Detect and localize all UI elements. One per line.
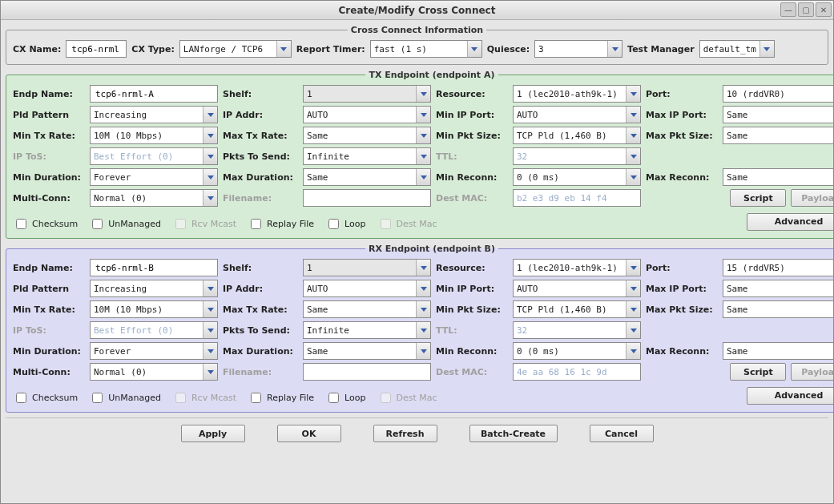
rx-resource-combo[interactable]: 1 (lec2010-ath9k-1) [513, 259, 641, 276]
tx-endp-name-input[interactable] [90, 85, 218, 103]
tx-pkts-send-combo[interactable]: Infinite [303, 147, 431, 165]
rx-max-ip-port-combo[interactable]: Same [723, 280, 833, 297]
rx-max-pkt-label: Max Pkt Size: [646, 304, 718, 315]
tx-unmanaged-check[interactable]: UnManaged [89, 216, 161, 232]
window: Create/Modify Cross Connect — ▢ ✕ Cross … [0, 0, 834, 504]
rx-script-button[interactable]: Script [730, 363, 786, 381]
chevron-down-icon [416, 148, 430, 164]
tx-endpoint-section: TX Endpoint (endpoint A) Endp Name: Shel… [6, 70, 833, 239]
rx-loop-check[interactable]: Loop [325, 390, 365, 405]
tx-min-dur-combo[interactable]: Forever [90, 168, 218, 186]
tx-max-reconn-combo[interactable]: Same [723, 168, 833, 186]
tx-destmac-check: Dest Mac [377, 216, 437, 232]
chevron-down-icon [626, 148, 640, 164]
tx-port-combo[interactable]: 10 (rddVR0) [723, 85, 833, 103]
tx-script-button[interactable]: Script [730, 189, 786, 207]
rx-max-dur-label: Max Duration: [223, 346, 298, 357]
rx-pkts-send-label: Pkts To Send: [223, 325, 298, 336]
cx-name-input[interactable] [66, 40, 127, 58]
chevron-down-icon [416, 260, 430, 276]
rx-pkts-send-combo[interactable]: Infinite [303, 321, 431, 339]
chevron-down-icon [416, 343, 430, 359]
apply-button[interactable]: Apply [181, 425, 245, 442]
chevron-down-icon [626, 322, 640, 338]
rx-max-tx-label: Max Tx Rate: [223, 304, 298, 315]
chevron-down-icon [416, 86, 430, 102]
rx-min-reconn-label: Min Reconn: [436, 346, 508, 357]
rx-max-pkt-combo[interactable]: Same [723, 300, 833, 318]
rx-min-ip-port-combo[interactable]: AUTO [513, 280, 641, 297]
chevron-down-icon [203, 190, 217, 206]
close-icon[interactable]: ✕ [816, 2, 832, 17]
tx-min-reconn-combo[interactable]: 0 (0 ms) [513, 168, 641, 186]
tx-max-ip-port-combo[interactable]: Same [723, 106, 833, 123]
minimize-icon[interactable]: — [780, 2, 796, 17]
tx-shelf-combo[interactable]: 1 [303, 85, 431, 103]
rx-checksum-check[interactable]: Checksum [13, 390, 78, 405]
batch-create-button[interactable]: Batch-Create [469, 425, 558, 442]
tx-min-pkt-combo[interactable]: TCP Pld (1,460 B) [513, 127, 641, 144]
tx-ipaddr-combo[interactable]: AUTO [303, 106, 431, 123]
tx-ip-tos-combo: Best Effort (0) [90, 147, 218, 165]
report-timer-combo[interactable]: fast (1 s) [370, 40, 482, 58]
ok-button[interactable]: OK [277, 425, 341, 442]
rx-replay-check[interactable]: Replay File [248, 390, 314, 405]
rx-pld-combo[interactable]: Increasing [90, 280, 218, 297]
tx-max-tx-combo[interactable]: Same [303, 127, 431, 144]
tx-min-tx-label: Min Tx Rate: [13, 131, 85, 141]
tx-dest-mac-input: b2 e3 d9 eb 14 f4 [513, 189, 641, 207]
rx-min-dur-combo[interactable]: Forever [90, 342, 218, 360]
tx-rcvmcast-check: Rcv Mcast [172, 216, 236, 232]
rx-port-combo[interactable]: 15 (rddVR5) [723, 259, 833, 276]
rx-max-tx-combo[interactable]: Same [303, 300, 431, 318]
quiesce-combo[interactable]: 3 [534, 40, 622, 58]
cancel-button[interactable]: Cancel [590, 425, 654, 442]
chevron-down-icon [416, 127, 430, 143]
tx-min-tx-combo[interactable]: 10M (10 Mbps) [90, 127, 218, 144]
cx-type-combo[interactable]: LANforge / TCP6 [179, 40, 292, 58]
tx-checksum-check[interactable]: Checksum [13, 216, 78, 232]
chevron-down-icon [203, 364, 217, 380]
tx-max-dur-combo[interactable]: Same [303, 168, 431, 186]
tx-resource-combo[interactable]: 1 (lec2010-ath9k-1) [513, 85, 641, 103]
tx-pld-combo[interactable]: Increasing [90, 106, 218, 123]
rx-unmanaged-check[interactable]: UnManaged [89, 390, 161, 405]
rx-filename-input [303, 363, 431, 381]
rx-multi-combo[interactable]: Normal (0) [90, 363, 218, 381]
rx-max-dur-combo[interactable]: Same [303, 342, 431, 360]
rx-endp-name-input[interactable] [90, 259, 218, 276]
rx-shelf-combo[interactable]: 1 [303, 259, 431, 276]
tx-multi-combo[interactable]: Normal (0) [90, 189, 218, 207]
rx-max-reconn-label: Max Reconn: [646, 346, 718, 357]
cx-type-label: CX Type: [131, 44, 175, 54]
rx-ipaddr-combo[interactable]: AUTO [303, 280, 431, 297]
rx-advanced-button[interactable]: Advanced [747, 387, 833, 405]
test-manager-label: Test Manager [627, 44, 695, 54]
tx-min-ip-port-combo[interactable]: AUTO [513, 106, 641, 123]
test-manager-combo[interactable]: default_tm [699, 40, 775, 58]
rx-min-pkt-combo[interactable]: TCP Pld (1,460 B) [513, 300, 641, 318]
tx-port-label: Port: [646, 89, 718, 99]
tx-ttl-label: TTL: [436, 151, 508, 162]
rx-ipaddr-label: IP Addr: [223, 284, 298, 294]
rx-min-reconn-combo[interactable]: 0 (0 ms) [513, 342, 641, 360]
refresh-button[interactable]: Refresh [373, 425, 437, 442]
tx-pld-label: Pld Pattern [13, 110, 85, 120]
tx-min-ip-port-label: Min IP Port: [436, 110, 508, 120]
chevron-down-icon [607, 41, 622, 57]
tx-advanced-button[interactable]: Advanced [747, 213, 833, 231]
tx-loop-check[interactable]: Loop [325, 216, 365, 232]
tx-max-tx-label: Max Tx Rate: [223, 131, 298, 141]
tx-max-ip-port-label: Max IP Port: [646, 110, 718, 120]
chevron-down-icon [626, 260, 640, 276]
tx-ttl-combo: 32 [513, 147, 641, 165]
tx-shelf-label: Shelf: [223, 89, 298, 99]
tx-max-pkt-combo[interactable]: Same [723, 127, 833, 144]
rx-min-tx-combo[interactable]: 10M (10 Mbps) [90, 300, 218, 318]
chevron-down-icon [203, 301, 217, 317]
rx-max-reconn-combo[interactable]: Same [723, 342, 833, 360]
maximize-icon[interactable]: ▢ [798, 2, 814, 17]
tx-filename-label: Filename: [223, 193, 298, 204]
tx-replay-check[interactable]: Replay File [248, 216, 314, 232]
tx-min-pkt-label: Min Pkt Size: [436, 131, 508, 141]
